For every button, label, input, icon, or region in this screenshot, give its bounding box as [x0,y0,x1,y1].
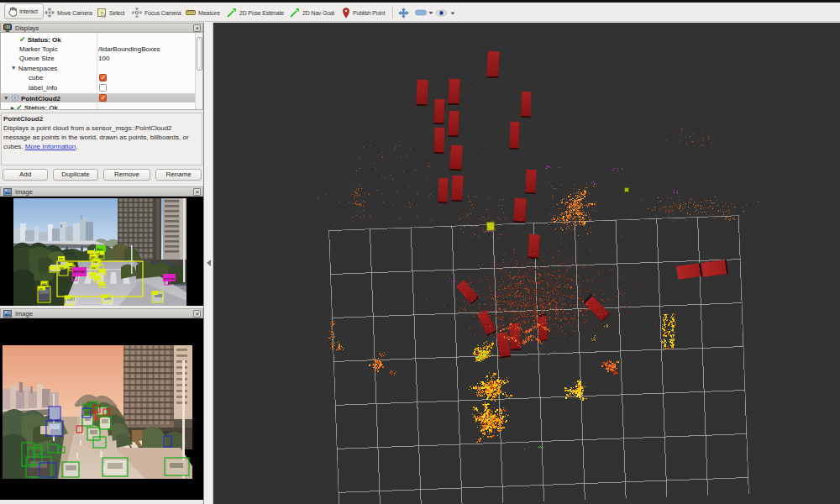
svg-text:car: car [42,282,47,286]
svg-text:car: car [92,266,97,270]
svg-text:car: car [91,255,96,259]
svg-text:car: car [59,257,64,260]
svg-text:person: person [74,270,86,274]
svg-text:car: car [60,266,65,270]
svg-text:bus: bus [97,247,103,251]
svg-text:car: car [96,252,101,255]
svg-text:car: car [39,287,44,291]
svg-text:car: car [93,260,98,264]
